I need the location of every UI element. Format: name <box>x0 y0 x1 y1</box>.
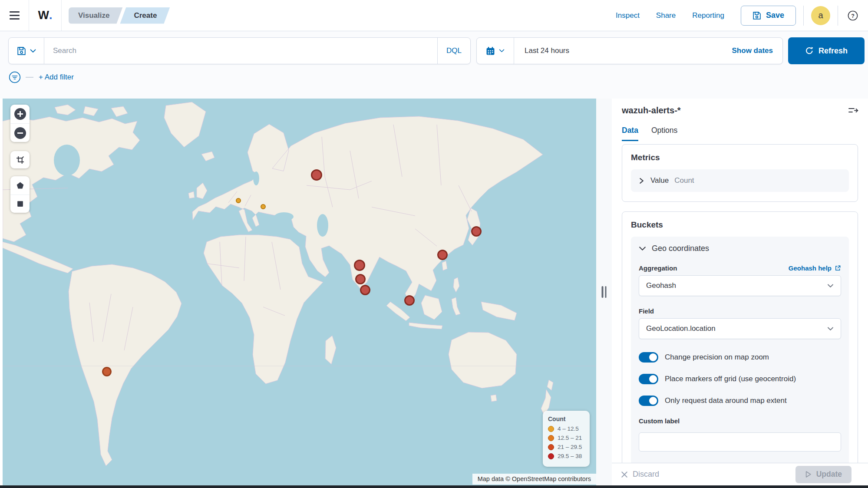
update-button[interactable]: Update <box>795 466 851 483</box>
editor-tabs: Data Options <box>612 115 868 141</box>
custom-label-label: Custom label <box>639 417 841 425</box>
metrics-heading: Metrics <box>631 153 849 162</box>
window-bottom-edge <box>0 485 868 488</box>
zoom-in-button[interactable] <box>10 105 30 123</box>
editor-footer: Discard Update <box>612 463 868 488</box>
toggle-label: Place markers off grid (use geocentroid) <box>665 375 796 383</box>
field-select[interactable]: GeoLocation.location <box>639 318 841 339</box>
legend-swatch <box>548 426 554 432</box>
filter-icon[interactable] <box>8 71 21 84</box>
fit-data-bounds-button[interactable] <box>10 151 30 168</box>
external-link-icon <box>835 265 841 271</box>
metrics-card: Metrics Value Count <box>622 144 858 202</box>
inspect-link[interactable]: Inspect <box>616 11 640 20</box>
legend-item: 21 – 29.5 <box>548 444 584 450</box>
world-basemap <box>3 99 596 488</box>
map-marker[interactable] <box>437 250 448 260</box>
discard-button[interactable]: Discard <box>621 470 659 479</box>
header-divider <box>803 6 804 26</box>
field-label: Field <box>639 307 841 315</box>
dql-button[interactable]: DQL <box>437 38 470 64</box>
map-marker[interactable] <box>355 274 366 284</box>
minus-icon <box>14 127 26 139</box>
draw-rectangle-button[interactable] <box>10 195 30 213</box>
legend-item: 12.5 – 21 <box>548 435 584 441</box>
calendar-icon <box>486 46 495 56</box>
buckets-card: Buckets Geo coordinates Aggregation Geoh… <box>622 211 858 463</box>
legend-swatch <box>548 453 554 459</box>
toggle-row[interactable]: Only request data around map extent <box>639 396 841 406</box>
zoom-out-button[interactable] <box>10 123 30 142</box>
time-range-value[interactable]: Last 24 hours <box>514 38 569 64</box>
buckets-heading: Buckets <box>631 220 849 230</box>
header-divider <box>61 0 62 31</box>
help-icon[interactable]: ? <box>846 9 859 22</box>
breadcrumb-create[interactable]: Create <box>120 7 170 24</box>
legend-label: 21 – 29.5 <box>558 444 582 450</box>
toggle-row[interactable]: Place markers off grid (use geocentroid) <box>639 374 841 384</box>
map-marker[interactable] <box>311 169 322 181</box>
calendar-menu-button[interactable] <box>477 38 514 64</box>
breadcrumb-visualize[interactable]: Visualize <box>69 7 122 24</box>
map-marker[interactable] <box>102 367 112 376</box>
filter-bar: + Add filter <box>8 71 74 84</box>
legend-label: 29.5 – 38 <box>558 453 582 459</box>
rectangle-icon <box>17 200 24 208</box>
coordinate-map[interactable]: Count 4 – 12.512.5 – 2121 – 29.529.5 – 3… <box>3 99 596 488</box>
panel-resizer[interactable] <box>596 99 612 488</box>
map-attribution: Map data © OpenStreetMap contributors <box>472 474 596 485</box>
map-marker[interactable] <box>404 295 415 306</box>
collapse-panel-icon[interactable] <box>848 106 858 115</box>
tab-options[interactable]: Options <box>651 126 677 141</box>
wazuh-logo[interactable]: W. <box>29 9 61 22</box>
query-strip: DQL Last 24 hours Show dat <box>0 32 868 99</box>
legend-item: 29.5 – 38 <box>548 453 584 459</box>
toggle-switch[interactable] <box>639 396 658 406</box>
map-marker[interactable] <box>471 226 482 237</box>
chevron-down-icon <box>499 49 505 53</box>
top-header: W. Visualize Create Inspect Share Report… <box>0 0 868 31</box>
plus-icon <box>14 108 26 120</box>
map-marker[interactable] <box>236 198 241 203</box>
toggle-switch[interactable] <box>639 352 658 363</box>
search-bar: DQL <box>8 37 471 64</box>
index-pattern-title: wazuh-alerts-* <box>622 106 681 115</box>
tab-data[interactable]: Data <box>622 126 638 141</box>
map-marker[interactable] <box>354 260 365 271</box>
menu-icon[interactable] <box>0 0 29 31</box>
aggregation-select[interactable]: Geohash <box>639 275 841 296</box>
search-input[interactable] <box>44 38 437 64</box>
legend-label: 4 – 12.5 <box>558 425 579 432</box>
draw-polygon-button[interactable] <box>10 176 30 195</box>
crop-icon <box>16 155 25 165</box>
breadcrumb: Visualize Create <box>69 7 170 24</box>
avatar[interactable]: a <box>811 6 830 25</box>
reporting-link[interactable]: Reporting <box>692 11 724 20</box>
share-link[interactable]: Share <box>656 11 676 20</box>
editor-body: Metrics Value Count Buckets Geo coordina… <box>622 144 858 463</box>
geo-coordinates-accordion[interactable]: Geo coordinates <box>639 244 841 253</box>
chevron-down-icon <box>639 246 646 251</box>
legend-title: Count <box>548 415 584 422</box>
saved-query-menu-button[interactable] <box>9 38 44 64</box>
toggle-row[interactable]: Change precision on map zoom <box>639 352 841 363</box>
toggle-label: Change precision on map zoom <box>665 353 769 362</box>
geohash-help-link[interactable]: Geohash help <box>789 264 841 272</box>
toggle-switch[interactable] <box>639 374 658 384</box>
fit-bounds-control <box>10 151 30 168</box>
map-marker[interactable] <box>360 285 370 295</box>
legend-swatch <box>548 444 554 450</box>
save-button[interactable]: Save <box>741 6 796 26</box>
map-marker[interactable] <box>261 204 266 209</box>
toggle-options: Change precision on map zoomPlace marker… <box>639 352 841 406</box>
close-icon <box>621 471 628 478</box>
draw-controls <box>10 176 30 213</box>
save-query-icon <box>17 46 26 56</box>
show-dates-link[interactable]: Show dates <box>732 38 782 64</box>
polygon-icon <box>16 181 24 190</box>
custom-label-input[interactable] <box>639 432 841 452</box>
metric-value-count-row[interactable]: Value Count <box>631 169 849 192</box>
add-filter-button[interactable]: + Add filter <box>39 73 74 82</box>
svg-text:?: ? <box>851 13 855 19</box>
refresh-button[interactable]: Refresh <box>788 37 865 64</box>
